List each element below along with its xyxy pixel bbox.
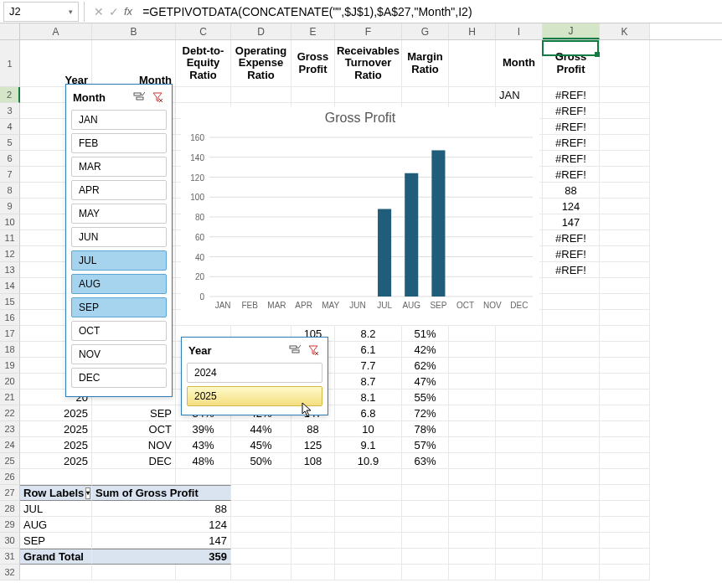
pivot-value[interactable]: 124 xyxy=(92,517,231,533)
row-header[interactable]: 21 xyxy=(0,389,20,405)
cell[interactable] xyxy=(600,199,650,214)
gross-profit-chart[interactable]: Gross Profit 020406080100120140160JANFEB… xyxy=(181,107,539,325)
cell[interactable] xyxy=(600,549,650,565)
clear-filter-icon[interactable] xyxy=(306,343,321,358)
row-header[interactable]: 28 xyxy=(0,501,20,517)
cell[interactable]: 78% xyxy=(402,421,449,437)
cell[interactable] xyxy=(543,389,600,405)
name-box[interactable]: J2 ▾ xyxy=(3,2,79,22)
pivot-row-label[interactable]: AUG xyxy=(20,517,92,533)
cell[interactable]: 10 xyxy=(335,421,402,437)
cell[interactable]: #REF! xyxy=(543,151,600,167)
cell[interactable] xyxy=(600,294,650,310)
cell[interactable] xyxy=(600,167,650,183)
cell[interactable] xyxy=(496,374,543,389)
cell[interactable] xyxy=(600,119,650,135)
header-cell[interactable]: Margin Ratio xyxy=(402,40,449,87)
cell[interactable] xyxy=(335,565,402,580)
cell[interactable] xyxy=(92,469,176,485)
cell[interactable] xyxy=(449,517,496,533)
row-header[interactable]: 19 xyxy=(0,358,20,374)
cell[interactable]: 43% xyxy=(176,437,231,453)
cell[interactable]: 8.1 xyxy=(335,389,402,405)
cell[interactable]: #REF! xyxy=(543,135,600,151)
header-cell[interactable]: Debt-to-Equity Ratio xyxy=(176,40,231,87)
cell[interactable] xyxy=(600,310,650,326)
cell[interactable]: #REF! xyxy=(543,87,600,103)
cell[interactable]: 72% xyxy=(402,405,449,421)
row-header[interactable]: 15 xyxy=(0,294,20,310)
row-header[interactable]: 23 xyxy=(0,421,20,437)
cell[interactable] xyxy=(291,565,335,580)
cell[interactable]: 6.8 xyxy=(335,405,402,421)
cell[interactable] xyxy=(291,469,335,485)
cell[interactable] xyxy=(402,469,449,485)
cell[interactable] xyxy=(543,421,600,437)
header-cell[interactable] xyxy=(600,40,650,87)
cell[interactable] xyxy=(496,421,543,437)
cell[interactable]: 55% xyxy=(402,389,449,405)
cell[interactable] xyxy=(543,437,600,453)
row-header[interactable]: 24 xyxy=(0,437,20,453)
cell[interactable] xyxy=(543,469,600,485)
slicer-item-2024[interactable]: 2024 xyxy=(187,363,322,383)
cell[interactable] xyxy=(231,469,291,485)
cell[interactable] xyxy=(496,501,543,517)
slicer-item-nov[interactable]: NOV xyxy=(71,344,167,364)
col-header-H[interactable]: H xyxy=(449,23,496,39)
cell[interactable] xyxy=(291,501,335,517)
row-header[interactable]: 12 xyxy=(0,246,20,262)
cell[interactable] xyxy=(543,453,600,469)
cell[interactable] xyxy=(600,262,650,278)
cell[interactable] xyxy=(231,549,291,565)
cell[interactable] xyxy=(496,326,543,342)
cell[interactable]: 7.7 xyxy=(335,358,402,374)
row-header[interactable]: 4 xyxy=(0,119,20,135)
slicer-item-may[interactable]: MAY xyxy=(71,204,167,224)
cell[interactable]: 10.9 xyxy=(335,453,402,469)
pivot-value[interactable]: 88 xyxy=(92,501,231,517)
cell[interactable]: 8.7 xyxy=(335,374,402,389)
row-header[interactable]: 8 xyxy=(0,183,20,199)
cell[interactable] xyxy=(449,342,496,358)
cell[interactable] xyxy=(92,565,176,580)
cell[interactable]: #REF! xyxy=(543,262,600,278)
col-header-C[interactable]: C xyxy=(176,23,231,39)
row-header[interactable]: 26 xyxy=(0,469,20,485)
cell[interactable] xyxy=(231,517,291,533)
cell[interactable]: 2025 xyxy=(20,453,92,469)
row-header[interactable]: 5 xyxy=(0,135,20,151)
row-header[interactable]: 20 xyxy=(0,374,20,389)
cell[interactable] xyxy=(543,565,600,580)
cell[interactable] xyxy=(402,549,449,565)
col-header-E[interactable]: E xyxy=(291,23,335,39)
row-header[interactable]: 22 xyxy=(0,405,20,421)
cell[interactable] xyxy=(600,326,650,342)
header-cell[interactable]: Operating Expense Ratio xyxy=(231,40,291,87)
cell[interactable] xyxy=(20,565,92,580)
cell[interactable]: 88 xyxy=(543,183,600,199)
row-header[interactable]: 32 xyxy=(0,565,20,580)
cell[interactable]: 2025 xyxy=(20,405,92,421)
cell[interactable] xyxy=(291,87,335,103)
slicer-item-apr[interactable]: APR xyxy=(71,180,167,200)
cell[interactable] xyxy=(449,87,496,103)
cell[interactable] xyxy=(449,469,496,485)
cell[interactable] xyxy=(291,485,335,501)
cell[interactable] xyxy=(402,565,449,580)
col-header-B[interactable]: B xyxy=(92,23,176,39)
cell[interactable]: 125 xyxy=(291,437,335,453)
clear-filter-icon[interactable] xyxy=(150,90,165,105)
cell[interactable] xyxy=(600,517,650,533)
filter-icon[interactable]: ▾ xyxy=(85,487,90,499)
cell[interactable] xyxy=(496,453,543,469)
row-header[interactable]: 30 xyxy=(0,533,20,549)
cell[interactable]: 9.1 xyxy=(335,437,402,453)
cell[interactable] xyxy=(600,342,650,358)
cell[interactable]: 63% xyxy=(402,453,449,469)
cell[interactable] xyxy=(335,87,402,103)
cell[interactable] xyxy=(335,533,402,549)
cell[interactable] xyxy=(543,294,600,310)
cell[interactable] xyxy=(176,565,231,580)
cell[interactable]: 8.2 xyxy=(335,326,402,342)
